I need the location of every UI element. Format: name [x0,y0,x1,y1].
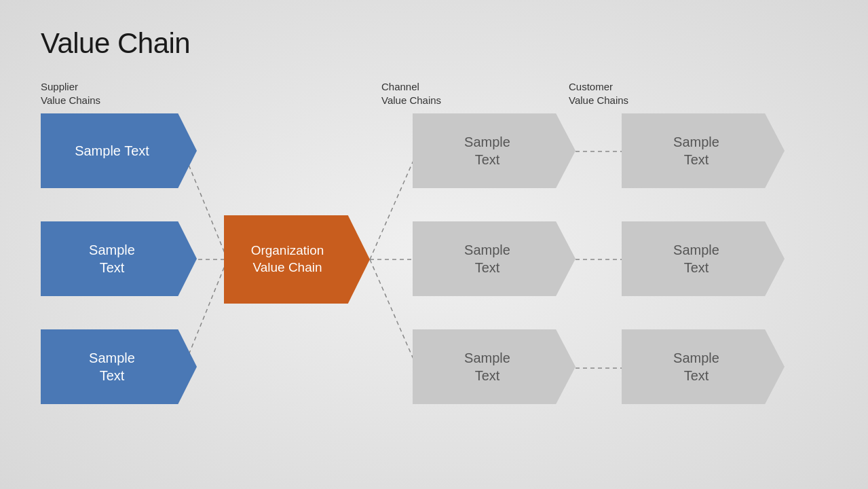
supplier-arrow-1: Sample Text [41,113,197,188]
channel-arrow-3: SampleText [413,329,575,404]
channel-arrow-1: SampleText [413,113,575,188]
supplier-label: Supplier Value Chains [41,80,224,107]
customer-arrow-1: SampleText [622,113,785,188]
customer-arrow-2: SampleText [622,221,785,296]
slide: Value Chain Supplier Value Chains Channe… [0,0,868,489]
customer-label: Customer Value Chains [569,80,740,107]
customer-arrow-3: SampleText [622,329,785,404]
organization-arrow: OrganizationValue Chain [224,215,370,304]
supplier-arrow-2: SampleText [41,221,197,296]
svg-line-3 [370,151,417,259]
supplier-arrow-3: SampleText [41,329,197,404]
channel-label: Channel Value Chains [381,80,556,107]
channel-arrow-2: SampleText [413,221,575,296]
svg-line-5 [370,259,417,368]
page-title: Value Chain [41,27,827,60]
